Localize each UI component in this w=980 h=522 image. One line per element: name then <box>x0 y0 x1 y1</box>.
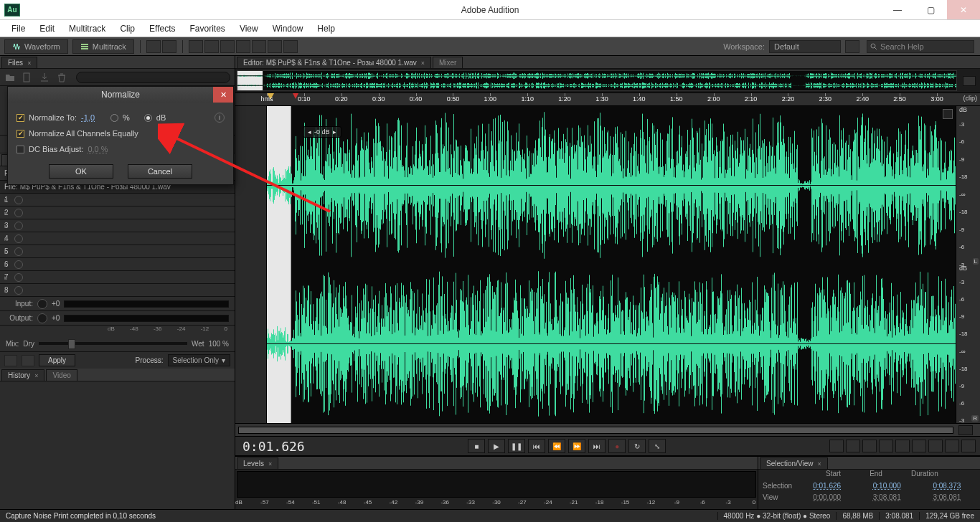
rack-slot-6[interactable]: 6▸ <box>0 258 235 271</box>
transport-record-button[interactable]: ● <box>608 439 626 453</box>
mode-multitrack-button[interactable]: Multitrack <box>72 39 134 54</box>
rack-slot-8[interactable]: 8▸ <box>0 284 235 297</box>
zoom-in-h-icon[interactable] <box>829 440 844 452</box>
workspace-reset-icon[interactable] <box>845 40 859 53</box>
files-search-input[interactable] <box>76 72 230 83</box>
zoom-reset-v-icon[interactable] <box>961 440 976 452</box>
transport-end-button[interactable]: ⏭ <box>588 439 606 453</box>
nav-headphones-icon[interactable] <box>958 425 973 435</box>
window-maximize[interactable]: ▢ <box>914 0 947 19</box>
overview-zoom-tool-icon[interactable] <box>963 76 976 86</box>
zoom-in-point-icon[interactable] <box>895 440 910 452</box>
search-help-field[interactable]: Search Help <box>867 40 974 53</box>
rack-menu-icon[interactable] <box>22 355 34 366</box>
input-gain-knob[interactable] <box>37 299 47 309</box>
menu-favorites[interactable]: Favorites <box>183 24 232 34</box>
file-open-icon[interactable] <box>4 72 16 83</box>
tool-razor-icon[interactable] <box>204 40 219 53</box>
transport-pause-button[interactable]: ❚❚ <box>508 439 525 453</box>
dc-bias-checkbox[interactable] <box>17 146 24 153</box>
menu-multitrack[interactable]: Multitrack <box>62 24 113 34</box>
unit-percent-radio[interactable] <box>110 114 118 122</box>
tool-left-align-icon[interactable] <box>146 40 161 53</box>
view-start-field[interactable]: 0:00.000 <box>813 493 856 501</box>
menu-view[interactable]: View <box>232 24 265 34</box>
unit-db-radio[interactable] <box>144 114 152 122</box>
dialog-cancel-button[interactable]: Cancel <box>128 164 192 179</box>
timecode-display[interactable]: 0:01.626 <box>242 439 305 454</box>
mix-slider[interactable] <box>39 342 187 345</box>
tool-move-icon[interactable] <box>189 40 203 53</box>
menu-clip[interactable]: Clip <box>113 24 142 34</box>
tool-brush-icon[interactable] <box>283 40 298 53</box>
window-minimize[interactable]: — <box>881 0 914 19</box>
rack-slot-6-power-icon[interactable] <box>14 260 23 269</box>
mode-waveform-button[interactable]: Waveform <box>4 39 68 54</box>
zoom-in-v-icon[interactable] <box>928 440 943 452</box>
tool-time-select-icon[interactable] <box>236 40 250 53</box>
tool-slip-icon[interactable] <box>220 40 235 53</box>
transport-stop-button[interactable]: ■ <box>468 439 485 453</box>
menu-file[interactable]: File <box>4 24 32 34</box>
timeline-ruler[interactable]: (clip) hms0:100:200:300:400:501:001:101:… <box>235 93 980 106</box>
rack-slot-7-power-icon[interactable] <box>14 273 23 282</box>
transport-rewind-button[interactable]: ⏪ <box>548 439 565 453</box>
tab-history[interactable]: History× <box>1 369 44 381</box>
rack-slot-1[interactable]: 1▸ <box>0 194 235 207</box>
workspace-dropdown[interactable]: Default <box>769 40 841 53</box>
rack-power-icon[interactable] <box>4 355 17 366</box>
zoom-out-v-icon[interactable] <box>945 440 959 452</box>
view-dur-field[interactable]: 3:08.081 <box>933 493 976 501</box>
import-icon[interactable] <box>39 72 50 83</box>
dialog-info-icon[interactable]: i <box>215 113 225 123</box>
rack-slot-2-power-icon[interactable] <box>14 209 23 217</box>
hud-left-arrow-icon[interactable]: ◂ <box>308 128 311 136</box>
tool-lasso-icon[interactable] <box>268 40 282 53</box>
menu-help[interactable]: Help <box>310 24 342 34</box>
rack-slot-4[interactable]: 4▸ <box>0 232 235 245</box>
tab-editor-close-icon[interactable]: × <box>421 60 425 67</box>
new-file-icon[interactable] <box>22 72 33 83</box>
tool-spot-heal-icon[interactable] <box>162 40 176 53</box>
transport-ffwd-button[interactable]: ⏩ <box>568 439 585 453</box>
tab-levels[interactable]: Levels× <box>237 457 278 469</box>
zoom-out-h-icon[interactable] <box>846 440 860 452</box>
rack-slot-3[interactable]: 3▸ <box>0 219 235 232</box>
zoom-selection-icon[interactable] <box>879 440 893 452</box>
dialog-ok-button[interactable]: OK <box>49 164 113 179</box>
transport-loop-button[interactable]: ↻ <box>628 439 646 453</box>
tab-selection-view[interactable]: Selection/View× <box>760 457 828 469</box>
transport-play-button[interactable]: ▶ <box>488 439 505 453</box>
tab-editor[interactable]: Editor: M$ PuP$ & F1ns & T1One - Розы 48… <box>237 57 431 68</box>
normalize-value-field[interactable]: -1,0 <box>81 113 95 122</box>
tab-files[interactable]: Files× <box>1 57 37 68</box>
tab-selection-view-close-icon[interactable]: × <box>817 460 821 468</box>
output-gain-knob[interactable] <box>37 313 47 323</box>
rack-slot-4-power-icon[interactable] <box>14 234 23 243</box>
menu-window[interactable]: Window <box>265 24 311 34</box>
dc-bias-value-field[interactable]: 0,0 % <box>88 145 108 153</box>
tool-marquee-icon[interactable] <box>252 40 266 53</box>
selection-start-field[interactable]: 0:01.626 <box>813 482 856 490</box>
trash-icon[interactable] <box>56 72 67 83</box>
apply-button[interactable]: Apply <box>39 354 75 366</box>
tab-levels-close-icon[interactable]: × <box>268 460 272 468</box>
rack-slot-7[interactable]: 7▸ <box>0 271 235 284</box>
tab-files-close-icon[interactable]: × <box>27 60 31 67</box>
zoom-full-icon[interactable] <box>862 440 877 452</box>
rack-slot-3-power-icon[interactable] <box>14 222 23 230</box>
rack-slot-1-power-icon[interactable] <box>14 196 23 204</box>
transport-rtz-button[interactable]: ⏮ <box>528 439 545 453</box>
menu-edit[interactable]: Edit <box>32 24 62 34</box>
tab-video[interactable]: Video <box>46 369 77 381</box>
amplitude-hud[interactable]: ◂ -0 dB ▸ <box>303 126 341 138</box>
overview-waveform[interactable] <box>237 70 957 91</box>
tab-history-close-icon[interactable]: × <box>34 372 38 379</box>
editor-options-icon[interactable] <box>943 109 953 119</box>
rack-slot-2[interactable]: 2▸ <box>0 207 235 219</box>
waveform-display[interactable]: ◂ -0 dB ▸ <box>267 106 956 423</box>
rack-slot-5[interactable]: 5▸ <box>0 245 235 258</box>
view-end-field[interactable]: 3:08.081 <box>873 493 916 501</box>
normalize-to-checkbox[interactable]: ✔ <box>17 114 24 122</box>
all-channels-checkbox[interactable]: ✔ <box>17 130 24 138</box>
